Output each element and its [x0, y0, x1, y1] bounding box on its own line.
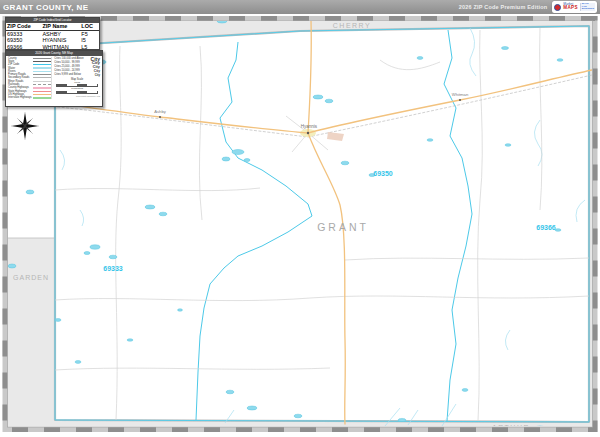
legend-line-symbols: County State ZIP Code Water Rivers Prima… [8, 57, 51, 100]
zip-index-box: ZIP Code Index/Grid Locator ZIP Code ZIP… [5, 17, 100, 50]
kilometers-scale-bar: Kilometers [56, 88, 98, 94]
legend-box: 2026 Grant County, NE Map County State Z… [5, 50, 103, 107]
zip-label-69333: 69333 [103, 265, 123, 272]
legend-city-item: Cities 9,999 and BelowCity [54, 73, 100, 77]
logo-wordmark: Market MAPS [563, 3, 577, 11]
copyright-note: Copyright MarketMAPS [54, 95, 100, 97]
county-label: GRANT [317, 221, 369, 233]
zip-index-row: 69350 HYANNIS I5 [6, 37, 99, 44]
zip-index-row: 69333 ASHBY F5 [6, 30, 99, 37]
logo-globe-icon [554, 4, 561, 11]
town-label-whitman: Whitman [452, 92, 469, 97]
logo-maps-text: MAPS [563, 6, 577, 11]
legend-item: Interstate Highways [8, 96, 51, 99]
edition-label: 2026 ZIP Code Premium Edition [459, 4, 548, 10]
logo-tagline: MAPS FOR BUSINESS [580, 3, 595, 11]
legend-city-item: Cities 10,000 - 24,999City [54, 69, 100, 73]
zip-index-column-row: ZIP Code ZIP Name LOC [6, 23, 99, 31]
map-sheet: CHERRY GARDEN ARTHUR GRANT 69333 69350 6… [0, 0, 600, 437]
zip-label-69350: 69350 [373, 170, 393, 177]
title-bar: GRANT COUNTY, NE 2026 ZIP Code Premium E… [0, 0, 600, 14]
page-title: GRANT COUNTY, NE [3, 3, 89, 12]
town-label-ashby: Ashby [154, 109, 167, 114]
town-label-hyannis: Hyannis [301, 124, 318, 129]
marketmaps-logo: Market MAPS MAPS FOR BUSINESS [552, 1, 597, 13]
zip-label-69366: 69366 [536, 224, 556, 231]
zip-index-table: ZIP Code ZIP Name LOC 69333 ASHBY F5 693… [6, 23, 99, 51]
neighbor-label-garden: GARDEN [13, 274, 49, 281]
legend-city-symbols: Cities 100,000 and AboveCity Cities 50,0… [51, 57, 100, 100]
neighbor-label-cherry: CHERRY [333, 22, 371, 29]
